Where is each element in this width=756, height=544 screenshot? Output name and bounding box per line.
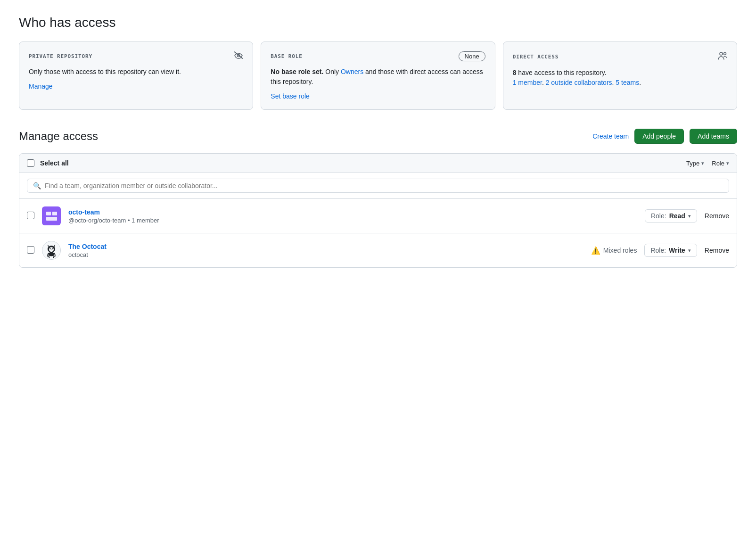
- row-checkbox-1[interactable]: [27, 212, 34, 219]
- row-info-1: octo-team @octo-org/octo-team • 1 member: [68, 208, 645, 224]
- table-header: Select all Type ▾ Role ▾: [19, 154, 737, 173]
- row-name-1[interactable]: octo-team: [68, 208, 100, 216]
- base-role-header: BASE ROLE None: [271, 51, 485, 61]
- svg-point-8: [50, 248, 51, 249]
- remove-button-2[interactable]: Remove: [705, 247, 729, 254]
- table-row: octo-team @octo-org/octo-team • 1 member…: [19, 199, 737, 233]
- access-table: Select all Type ▾ Role ▾ 🔍: [19, 153, 737, 268]
- row-checkbox-area-2: [27, 246, 34, 255]
- svg-point-7: [49, 247, 54, 252]
- warning-icon: ⚠️: [591, 246, 600, 255]
- access-cards: PRIVATE REPOSITORY Only those with acces…: [19, 41, 737, 110]
- owners-link[interactable]: Owners: [341, 68, 363, 75]
- row-actions-2: ⚠️ Mixed roles Role: Write ▾ Remove: [591, 244, 729, 257]
- row-checkbox-2[interactable]: [27, 246, 34, 254]
- type-filter-label: Type: [686, 160, 699, 167]
- type-filter-button[interactable]: Type ▾: [686, 160, 704, 167]
- user-avatar-2: [42, 241, 61, 260]
- create-team-link[interactable]: Create team: [592, 132, 629, 140]
- add-teams-button[interactable]: Add teams: [690, 129, 737, 144]
- mixed-roles-label: Mixed roles: [603, 247, 637, 254]
- svg-point-2: [720, 52, 723, 55]
- table-header-left: Select all: [27, 159, 69, 167]
- row-info-2: The Octocat octocat: [68, 243, 591, 258]
- role-label-1: Role:: [651, 212, 666, 220]
- search-icon: 🔍: [33, 182, 41, 190]
- direct-access-label: DIRECT ACCESS: [513, 54, 559, 60]
- private-repo-card: PRIVATE REPOSITORY Only those with acces…: [19, 41, 253, 110]
- private-repo-body: Only those with access to this repositor…: [29, 67, 243, 77]
- row-sub-2: octocat: [68, 251, 591, 258]
- role-chevron-icon: ▾: [726, 160, 729, 166]
- role-filter-label: Role: [712, 160, 724, 167]
- remove-button-1[interactable]: Remove: [705, 212, 729, 220]
- add-people-button[interactable]: Add people: [634, 129, 684, 144]
- direct-access-body: 8 have access to this repository. 1 memb…: [513, 68, 727, 88]
- direct-access-card: DIRECT ACCESS 8 have access to this repo…: [503, 41, 737, 110]
- table-header-right: Type ▾ Role ▾: [686, 160, 729, 167]
- select-all-label: Select all: [40, 159, 69, 167]
- eye-off-icon: [234, 51, 243, 61]
- teams-link[interactable]: 5 teams: [616, 79, 639, 86]
- search-row: 🔍: [19, 173, 737, 199]
- row-actions-1: Role: Read ▾ Remove: [645, 209, 729, 223]
- role-value-2: Write: [669, 247, 685, 254]
- member-link[interactable]: 1 member: [513, 79, 542, 86]
- base-role-card: BASE ROLE None No base role set. Only Ow…: [261, 41, 495, 110]
- base-role-label: BASE ROLE: [271, 53, 303, 59]
- type-chevron-icon: ▾: [701, 160, 704, 166]
- row-sub-1: @octo-org/octo-team • 1 member: [68, 217, 645, 224]
- set-base-role-link[interactable]: Set base role: [271, 92, 310, 100]
- manage-access-actions: Create team Add people Add teams: [592, 129, 737, 144]
- role-dropdown-chevron-1: ▾: [688, 213, 691, 219]
- manage-access-header: Manage access Create team Add people Add…: [19, 129, 737, 144]
- private-repo-label: PRIVATE REPOSITORY: [29, 53, 92, 59]
- role-dropdown-1[interactable]: Role: Read ▾: [645, 209, 697, 223]
- manage-access-title: Manage access: [19, 130, 98, 143]
- row-checkbox-area-1: [27, 212, 34, 221]
- manage-link[interactable]: Manage: [29, 82, 53, 90]
- role-label-2: Role:: [650, 247, 666, 254]
- role-value-1: Read: [669, 212, 685, 220]
- search-input[interactable]: [45, 182, 723, 190]
- direct-access-header: DIRECT ACCESS: [513, 51, 727, 62]
- search-input-wrapper: 🔍: [27, 179, 729, 193]
- team-avatar-1: [42, 206, 61, 225]
- svg-point-3: [723, 53, 726, 55]
- select-all-checkbox[interactable]: [27, 159, 34, 167]
- card-header: PRIVATE REPOSITORY: [29, 51, 243, 61]
- mixed-roles-badge: ⚠️ Mixed roles: [591, 246, 637, 255]
- role-filter-button[interactable]: Role ▾: [712, 160, 729, 167]
- svg-point-9: [52, 248, 53, 249]
- page-title: Who has access: [19, 15, 737, 30]
- base-role-badge: None: [459, 51, 485, 61]
- table-row-2: The Octocat octocat ⚠️ Mixed roles Role:…: [19, 233, 737, 267]
- people-icon: [718, 51, 727, 62]
- base-role-body: No base role set. Only Owners and those …: [271, 67, 485, 87]
- role-dropdown-chevron-2: ▾: [688, 247, 691, 254]
- role-dropdown-2[interactable]: Role: Write ▾: [644, 244, 697, 257]
- row-name-2[interactable]: The Octocat: [68, 243, 107, 250]
- collaborators-link[interactable]: 2 outside collaborators: [546, 79, 612, 86]
- svg-point-10: [51, 249, 52, 250]
